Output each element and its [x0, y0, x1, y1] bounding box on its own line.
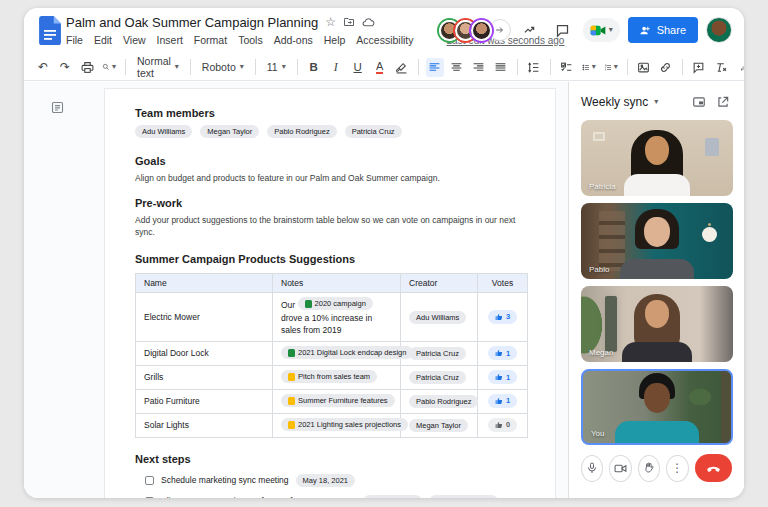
share-label: Share: [657, 24, 686, 36]
person-chip[interactable]: Pablo Rodriguez: [429, 495, 498, 498]
person-chip[interactable]: Pablo Rodriguez: [409, 395, 478, 408]
menu-accessibility[interactable]: Accessibility: [356, 34, 413, 46]
meet-call-button[interactable]: ▾: [583, 18, 620, 42]
todo-item: Schedule marketing sync meeting May 18, …: [145, 474, 525, 487]
document-page[interactable]: Team members Adu Williams Megan Taylor P…: [104, 88, 556, 498]
end-call-button[interactable]: [695, 454, 733, 482]
product-notes: 2021 Lighting sales projections: [273, 413, 401, 437]
google-docs-logo-icon[interactable]: [39, 16, 62, 46]
participant-tile[interactable]: Megan: [581, 286, 733, 362]
more-options-button[interactable]: ⋮: [666, 455, 688, 482]
slides-icon: [288, 397, 295, 405]
picture-in-picture-icon[interactable]: [690, 93, 708, 111]
chevron-down-icon[interactable]: ▾: [654, 98, 658, 106]
camera-button[interactable]: [609, 455, 631, 482]
person-chip[interactable]: Megan Taylor: [363, 495, 422, 498]
participant-tile[interactable]: Pablo: [581, 203, 733, 279]
col-header-notes: Notes: [273, 274, 401, 293]
align-right-button[interactable]: [470, 58, 488, 77]
checkbox[interactable]: [145, 497, 154, 498]
print-button[interactable]: [78, 58, 96, 77]
comments-icon[interactable]: [551, 18, 575, 42]
undo-button[interactable]: ↶: [34, 58, 52, 77]
menu-tools[interactable]: Tools: [238, 34, 263, 46]
editing-mode-select[interactable]: ▾: [738, 58, 744, 77]
col-header-name: Name: [136, 274, 273, 293]
align-left-button[interactable]: [426, 58, 444, 77]
zoom-select[interactable]: ▾: [100, 58, 118, 77]
follow-collaborator-button[interactable]: [489, 19, 511, 41]
person-chip[interactable]: Pablo Rodriguez: [267, 125, 336, 138]
date-chip[interactable]: May 18, 2021: [296, 474, 355, 487]
move-to-folder-icon[interactable]: [343, 16, 355, 28]
menu-help[interactable]: Help: [324, 34, 346, 46]
slides-icon: [288, 421, 295, 429]
bold-button[interactable]: B: [305, 58, 323, 77]
slides-icon: [288, 373, 295, 381]
checkbox[interactable]: [145, 476, 154, 485]
activity-dashboard-icon[interactable]: [519, 18, 543, 42]
bulleted-list-button[interactable]: ▾: [580, 58, 598, 77]
vote-chip[interactable]: 1: [488, 394, 517, 408]
person-chip[interactable]: Patricia Cruz: [409, 347, 466, 360]
clear-formatting-button[interactable]: [712, 58, 730, 77]
italic-button[interactable]: I: [327, 58, 345, 77]
collaborator-avatar[interactable]: [471, 20, 492, 41]
person-chip[interactable]: Adu Williams: [135, 125, 192, 138]
table-row: Patio Furniture Summer Furniture feature…: [136, 389, 528, 413]
share-button[interactable]: Share: [628, 17, 698, 43]
align-center-button[interactable]: [448, 58, 466, 77]
insert-image-button[interactable]: [635, 58, 653, 77]
person-chip[interactable]: Adu Williams: [409, 311, 466, 324]
open-in-new-icon[interactable]: [714, 93, 732, 111]
document-title[interactable]: Palm and Oak Summer Campaign Planning: [66, 15, 318, 30]
font-size-select[interactable]: 11 ▾: [263, 58, 290, 77]
person-chip[interactable]: Megan Taylor: [409, 419, 468, 432]
person-chip[interactable]: Patricia Cruz: [409, 371, 466, 384]
checklist-button[interactable]: [558, 58, 576, 77]
menu-file[interactable]: File: [66, 34, 83, 46]
self-video-tile[interactable]: You: [581, 369, 733, 445]
insert-link-button[interactable]: [657, 58, 675, 77]
redo-button[interactable]: ↷: [56, 58, 74, 77]
slides-file-chip[interactable]: 2021 Lighting sales projections: [281, 418, 408, 431]
slides-file-chip[interactable]: Pitch from sales team: [281, 370, 377, 383]
menu-format[interactable]: Format: [194, 34, 227, 46]
raise-hand-button[interactable]: [638, 455, 660, 482]
account-avatar[interactable]: [706, 17, 732, 43]
participant-tile[interactable]: Patricia: [581, 120, 733, 196]
underline-button[interactable]: U: [349, 58, 367, 77]
person-chip[interactable]: Megan Taylor: [200, 125, 259, 138]
menu-insert[interactable]: Insert: [157, 34, 183, 46]
product-name: Electric Mower: [136, 293, 273, 342]
person-chip[interactable]: Patricia Cruz: [345, 125, 402, 138]
font-family-select[interactable]: Roboto ▾: [198, 58, 248, 77]
vote-chip[interactable]: 1: [488, 346, 517, 360]
menu-edit[interactable]: Edit: [94, 34, 112, 46]
pre-work-text: Add your product suggestions to the brai…: [135, 215, 525, 238]
vote-chip[interactable]: 0: [488, 418, 517, 432]
sheets-file-chip[interactable]: 2020 campaign: [298, 297, 373, 310]
show-outline-icon[interactable]: [50, 100, 66, 116]
table-row: Grills Pitch from sales team Patricia Cr…: [136, 366, 528, 390]
star-icon[interactable]: ☆: [325, 16, 336, 28]
slides-file-chip[interactable]: Summer Furniture features: [281, 394, 395, 407]
participant-name: You: [591, 429, 605, 438]
microphone-button[interactable]: [581, 455, 603, 482]
vote-chip[interactable]: 1: [488, 370, 517, 384]
line-spacing-button[interactable]: [525, 58, 543, 77]
highlight-color-button[interactable]: [393, 58, 411, 77]
text-color-button[interactable]: A: [376, 60, 383, 74]
add-comment-button[interactable]: [690, 58, 708, 77]
justify-button[interactable]: [492, 58, 510, 77]
numbered-list-button[interactable]: ▾: [602, 58, 620, 77]
suggestions-heading: Summer Campaign Products Suggestions: [135, 253, 525, 265]
meeting-title[interactable]: Weekly sync: [581, 95, 648, 109]
paragraph-style-select[interactable]: Normal text ▾: [133, 58, 183, 77]
menu-addons[interactable]: Add-ons: [274, 34, 313, 46]
menu-view[interactable]: View: [123, 34, 146, 46]
vote-chip[interactable]: 3: [488, 310, 517, 324]
sheets-file-chip[interactable]: 2021 Digital Lock endcap design: [281, 346, 413, 359]
product-name: Digital Door Lock: [136, 342, 273, 366]
suggestions-table: Name Notes Creator Votes Electric Mower …: [135, 273, 528, 437]
